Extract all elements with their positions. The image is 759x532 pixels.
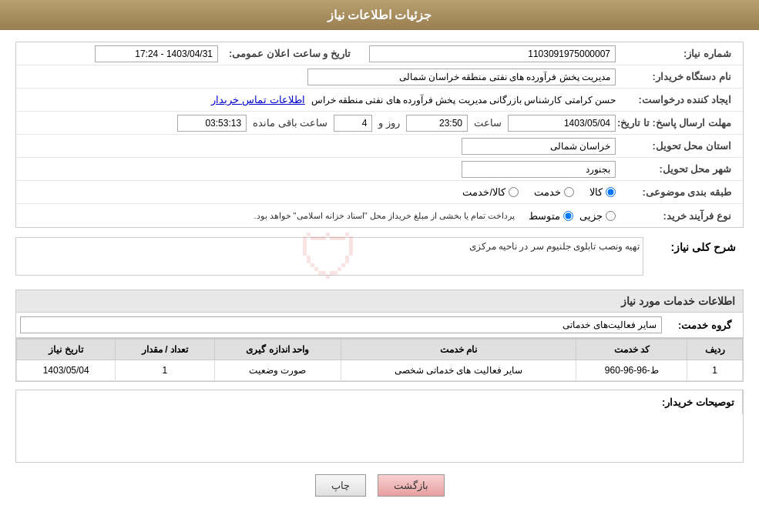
need-number-row: شماره نیاز: تاریخ و ساعت اعلان عمومی: [16,42,743,65]
process-note: پرداخت تمام یا بخشی از مبلغ خریداز محل "… [254,211,515,221]
process-mottavasset-label: متوسط [529,210,560,222]
cell-service-name: سایر فعالیت های خدماتی شخصی [341,360,576,381]
days-input[interactable] [334,115,372,132]
response-deadline-label: مهلت ارسال پاسخ: تا تاریخ: [616,117,739,129]
response-date-input[interactable] [508,115,616,132]
description-section: شرح کلی نیاز: 🛡 تهیه ونصب تابلوی جلنیوم … [15,237,744,278]
contact-link[interactable]: اطلاعات تماس خریدار [211,94,304,105]
process-option-mottavasset[interactable]: متوسط [529,210,573,222]
page-header: جزئیات اطلاعات نیاز [0,0,759,30]
table-row: 1 ط-96-96-960 سایر فعالیت های خدماتی شخص… [17,360,743,381]
category-option-kala[interactable]: کالا [589,186,616,198]
process-jozi-label: جزیی [579,210,603,222]
col-service-name: نام خدمت [341,340,576,360]
description-label: شرح کلی نیاز: [643,237,744,253]
main-content: شماره نیاز: تاریخ و ساعت اعلان عمومی: نا… [0,30,759,520]
creator-text: حسن کرامتی کارشناس بازرگانی مدیریت پخش ف… [311,95,616,105]
province-input[interactable] [462,138,616,155]
process-radio-mottavasset[interactable] [563,211,573,221]
col-quantity: تعداد / مقدار [116,340,214,360]
cell-service-code: ط-96-96-960 [576,360,687,381]
back-button[interactable]: بازگشت [378,474,445,497]
info-section: شماره نیاز: تاریخ و ساعت اعلان عمومی: نا… [15,42,744,228]
need-number-value-cell: تاریخ و ساعت اعلان عمومی: [20,45,616,62]
page-title: جزئیات اطلاعات نیاز [327,8,432,22]
remaining-label: ساعت باقی مانده [253,117,327,129]
buyer-org-input[interactable] [307,69,616,85]
need-number-input[interactable] [369,45,616,62]
category-value-cell: کالا خدمت کالا/خدمت [20,186,616,198]
buyer-notes-label: توصیحات خریدار: [643,390,743,414]
category-kala-label: کالا [589,186,603,198]
category-radio-kala-khedmat[interactable] [509,187,519,197]
services-table: ردیف کد خدمت نام خدمت واحد اندازه گیری ت… [16,339,743,381]
category-radio-kala[interactable] [606,187,616,197]
buyer-notes-section: توصیحات خریدار: [15,390,744,463]
province-row: استان محل تحویل: [16,135,743,158]
creator-row: ایجاد کننده درخواست: حسن کرامتی کارشناس … [16,89,743,112]
cell-unit: صورت وضعیت [214,360,341,381]
response-deadline-value-cell: ساعت روز و ساعت باقی مانده [20,115,616,132]
process-radio-jozi[interactable] [606,211,616,221]
service-group-input[interactable] [20,316,662,333]
creator-value-cell: حسن کرامتی کارشناس بازرگانی مدیریت پخش ف… [20,94,616,105]
province-value-cell [20,138,616,155]
buyer-notes-textarea[interactable] [20,394,639,456]
days-label: روز و [378,117,400,129]
buyer-org-label: نام دستگاه خریدار: [616,71,739,82]
category-row: طبقه بندی موضوعی: کالا خدمت کالا/خدمت [16,181,743,204]
category-khedmat-label: خدمت [534,186,561,198]
cell-quantity: 1 [116,360,214,381]
announce-date-label: تاریخ و ساعت اعلان عمومی: [224,48,363,59]
cell-row-num: 1 [687,360,743,381]
buttons-row: بازگشت چاپ [15,474,744,508]
category-option-kala-khedmat[interactable]: کالا/خدمت [462,186,519,198]
time-label: ساعت [474,117,502,129]
buyer-notes-content [16,390,643,462]
page-container: جزئیات اطلاعات نیاز شماره نیاز: تاریخ و … [0,0,759,532]
remaining-input[interactable] [177,115,247,132]
creator-label: ایجاد کننده درخواست: [616,94,739,105]
process-option-jozi[interactable]: جزیی [579,210,616,222]
response-time-input[interactable] [406,115,468,132]
category-option-khedmat[interactable]: خدمت [534,186,574,198]
services-section-title: اطلاعات خدمات مورد نیاز [15,289,744,312]
process-value-cell: جزیی متوسط پرداخت تمام یا بخشی از مبلغ خ… [20,210,616,222]
city-input[interactable] [462,161,616,178]
service-group-row: گروه خدمت: [15,312,744,338]
category-radio-khedmat[interactable] [564,187,574,197]
process-row: نوع فرآیند خرید: جزیی متوسط پرداخت تمام … [16,204,743,227]
description-area: 🛡 تهیه ونصب تابلوی جلنیوم سر در ناحیه مر… [15,237,643,278]
table-header-row: ردیف کد خدمت نام خدمت واحد اندازه گیری ت… [17,340,743,360]
category-label: طبقه بندی موضوعی: [616,186,739,198]
description-value: تهیه ونصب تابلوی جلنیوم سر در ناحیه مرکز… [469,241,640,252]
process-label: نوع فرآیند خرید: [616,210,739,222]
col-date: تاریخ نیاز [17,340,116,360]
city-value-cell [20,161,616,178]
col-row-num: ردیف [687,340,743,360]
service-group-label: گروه خدمت: [662,320,739,331]
announce-date-input[interactable] [95,45,218,62]
city-label: شهر محل تحویل: [616,163,739,175]
cell-date: 1403/05/04 [17,360,116,381]
need-number-label: شماره نیاز: [616,48,739,59]
buyer-org-value-cell [20,69,616,85]
city-row: شهر محل تحویل: [16,158,743,181]
province-label: استان محل تحویل: [616,140,739,152]
print-button[interactable]: چاپ [315,474,366,497]
buyer-org-row: نام دستگاه خریدار: [16,65,743,89]
col-unit: واحد اندازه گیری [214,340,341,360]
services-table-container: ردیف کد خدمت نام خدمت واحد اندازه گیری ت… [15,338,744,382]
col-service-code: کد خدمت [576,340,687,360]
response-deadline-row: مهلت ارسال پاسخ: تا تاریخ: ساعت روز و سا… [16,112,743,135]
category-kala-khedmat-label: کالا/خدمت [462,186,505,198]
